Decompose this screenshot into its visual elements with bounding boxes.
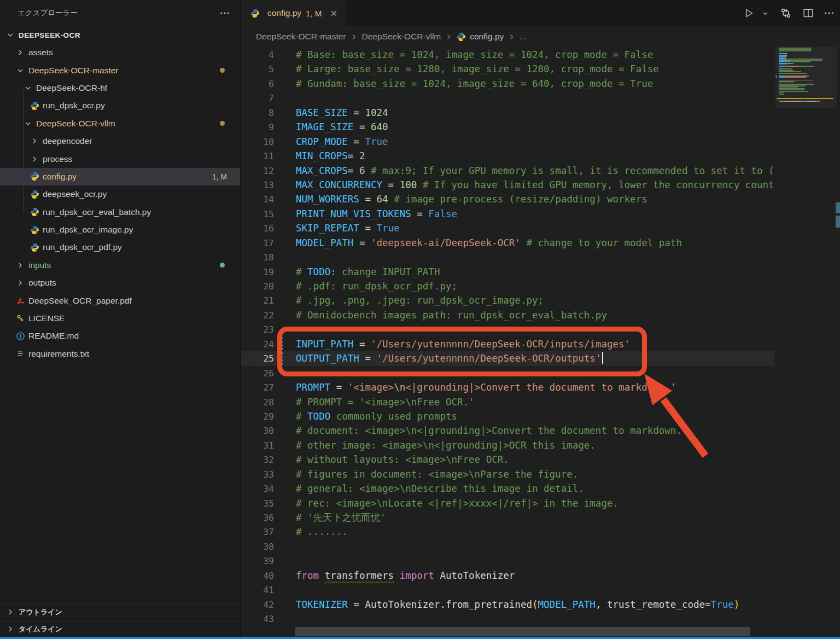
code-token: = <box>353 237 371 248</box>
code-line-41[interactable]: 41 <box>241 583 774 597</box>
code-line-20[interactable]: 20# .pdf: run_dpsk_ocr_pdf.py; <box>241 279 774 293</box>
code-line-38[interactable]: 38 <box>241 539 774 554</box>
tree-item-run-dpsk-ocr-image-py[interactable]: run_dpsk_ocr_image.py <box>0 221 240 239</box>
code-line-35[interactable]: 35# rec: <image>\nLocate <|ref|>xxxx<|/r… <box>241 496 774 510</box>
tree-item-deepseek-ocr-hf[interactable]: DeepSeek-OCR-hf <box>0 79 240 97</box>
breadcrumb-item-symbol[interactable]: ... <box>520 32 527 42</box>
code-line-16[interactable]: 16SKIP_REPEAT = True <box>241 221 774 235</box>
code-line-37[interactable]: 37# ....... <box>241 525 774 539</box>
section-timeline[interactable]: タイムライン <box>0 621 241 637</box>
code-token: = <box>348 136 365 147</box>
code-line-9[interactable]: 9IMAGE_SIZE = 640 <box>241 120 774 134</box>
editor-group: config.py 1, M DeepSeek-OCR-master DeepS… <box>241 0 840 639</box>
code-token: commonly used prompts <box>330 411 457 422</box>
horizontal-scrollbar[interactable] <box>295 627 750 636</box>
code-line-15[interactable]: 15PRINT_NUM_VIS_TOKENS = False <box>241 207 774 221</box>
code-line-6[interactable]: 6# Gundam: base_size = 1024, image_size … <box>241 77 774 91</box>
code-line-34[interactable]: 34# general: <image>\nDescribe this imag… <box>241 481 774 496</box>
code-line-19[interactable]: 19# TODO: change INPUT_PATH <box>241 265 774 279</box>
line-number: 33 <box>241 468 274 482</box>
code-line-31[interactable]: 31# other image: <image>\n<|grounding|>O… <box>241 438 774 452</box>
code-token: 6 <box>359 165 365 176</box>
code-line-27[interactable]: 27PROMPT = '<image>\n<|grounding|>Conver… <box>241 380 774 394</box>
code-line-14[interactable]: 14NUM_WORKERS = 64 # image pre-process (… <box>241 192 774 206</box>
tree-item-deepseek-ocr-py[interactable]: deepseek_ocr.py <box>0 185 240 203</box>
code-line-39[interactable]: 39 <box>241 554 774 568</box>
code-token: PRINT_NUM_VIS_TOKENS <box>296 208 411 219</box>
code-line-30[interactable]: 30# document: <image>\n<|grounding|>Conv… <box>241 423 774 438</box>
tree-item-readme-md[interactable]: README.md <box>0 327 240 345</box>
code-line-18[interactable]: 18 <box>241 250 774 264</box>
code-token: <|grounding|>Convert the document to mar… <box>405 382 676 393</box>
code-line-25[interactable]: 25OUTPUT_PATH = '/Users/yutennnnn/DeepSe… <box>241 351 774 365</box>
code-line-12[interactable]: 12MAX_CROPS= 6 # max:9; If your GPU memo… <box>241 164 774 178</box>
code-line-22[interactable]: 22# Omnidocbench images path: run_dpsk_o… <box>241 308 774 322</box>
tree-item-label: deepencoder <box>43 136 92 146</box>
breadcrumb-item-master[interactable]: DeepSeek-OCR-master <box>256 32 346 42</box>
tree-item-run-dpsk-ocr-pdf-py[interactable]: run_dpsk_ocr_pdf.py <box>0 239 240 256</box>
code-line-29[interactable]: 29# TODO commonly used prompts <box>241 409 774 423</box>
code-line-40[interactable]: 40from transformers import AutoTokenizer <box>241 568 774 583</box>
code-line-32[interactable]: 32# without layouts: <image>\nFree OCR. <box>241 452 774 467</box>
run-dropdown-chevron-icon[interactable] <box>762 10 769 17</box>
tree-item-deepencoder[interactable]: deepencoder <box>0 132 240 150</box>
code-line-21[interactable]: 21# .jpg, .png, .jpeg: run_dpsk_ocr_imag… <box>241 293 774 307</box>
tree-item-label: config.py <box>43 172 77 182</box>
code-line-7[interactable]: 7 <box>241 91 774 105</box>
tree-item-run-dpsk-ocr-py[interactable]: run_dpsk_ocr.py <box>0 97 240 114</box>
code-line-33[interactable]: 33# figures in document: <image>\nParse … <box>241 467 774 481</box>
code-line-10[interactable]: 10CROP_MODE = True <box>241 135 774 149</box>
code-line-4[interactable]: 4# Base: base_size = 1024, image_size = … <box>241 48 774 62</box>
tree-item-process[interactable]: process <box>0 150 240 167</box>
explorer-more-actions-icon[interactable] <box>219 8 230 19</box>
code-editor[interactable]: 4# Base: base_size = 1024, image_size = … <box>241 48 774 639</box>
timeline-label: タイムライン <box>19 624 62 634</box>
code-line-26[interactable]: 26 <box>241 366 774 380</box>
code-line-36[interactable]: 36# '先天下之忧而忧' <box>241 510 774 525</box>
minimap[interactable] <box>775 48 837 628</box>
code-token: # general: <image>\nDescribe this image … <box>296 483 584 494</box>
breadcrumb-item-vllm[interactable]: DeepSeek-OCR-vllm <box>362 32 441 42</box>
close-icon[interactable] <box>329 9 339 18</box>
tree-item-license[interactable]: LICENSE <box>0 310 240 327</box>
more-actions-icon[interactable] <box>824 8 835 19</box>
breadcrumb-item-file[interactable]: config.py <box>470 32 504 42</box>
code-line-42[interactable]: 42TOKENIZER = AutoTokenizer.from_pretrai… <box>241 597 774 612</box>
tree-item-deepseek-ocr-paper-pdf[interactable]: DeepSeek_OCR_paper.pdf <box>0 292 240 309</box>
code-token: MAX_CONCURRENCY <box>296 179 382 190</box>
run-button[interactable] <box>743 8 754 19</box>
code-token: ( <box>532 599 538 610</box>
tree-item-inputs[interactable]: inputs <box>0 257 240 274</box>
tree-item-outputs[interactable]: outputs <box>0 274 240 292</box>
code-token: MODEL_PATH <box>296 237 353 248</box>
code-line-11[interactable]: 11MIN_CROPS= 2 <box>241 149 774 163</box>
tree-root-deepseek-ocr[interactable]: DEEPSEEK-OCR <box>0 26 240 44</box>
line-number: 18 <box>241 251 274 265</box>
line-number: 35 <box>241 497 274 511</box>
tree-item-deepseek-ocr-vllm[interactable]: DeepSeek-OCR-vllm <box>0 115 240 132</box>
section-outline[interactable]: アウトライン <box>0 603 241 621</box>
tree-item-run-dpsk-ocr-eval-batch-py[interactable]: run_dpsk_ocr_eval_batch.py <box>0 204 240 221</box>
tree-item-config-py[interactable]: config.py1, M <box>0 168 240 185</box>
open-changes-icon[interactable] <box>780 7 792 19</box>
tree-item-deepseek-ocr-master[interactable]: DeepSeek-OCR-master <box>0 61 240 79</box>
code-token: 'deepseek-ai/DeepSeek-OCR' <box>371 237 521 248</box>
code-line-23[interactable]: 23 <box>241 322 774 336</box>
code-line-13[interactable]: 13MAX_CONCURRENCY = 100 # If you have li… <box>241 178 774 192</box>
code-line-8[interactable]: 8BASE_SIZE = 1024 <box>241 106 774 120</box>
window-bottom-accent <box>0 637 840 639</box>
tree-item-requirements-txt[interactable]: requirements.txt <box>0 345 240 363</box>
code-line-43[interactable]: 43 <box>241 612 774 626</box>
chevron-right-icon <box>4 625 16 634</box>
code-token: = <box>330 382 348 393</box>
code-line-24[interactable]: 24INPUT_PATH = '/Users/yutennnnn/DeepSee… <box>241 337 774 351</box>
tree-item-assets[interactable]: assets <box>0 44 240 61</box>
split-editor-icon[interactable] <box>803 8 814 19</box>
code-token: # image pre-process (resize/padding) wor… <box>388 194 648 205</box>
tab-config-py[interactable]: config.py 1, M <box>241 0 346 26</box>
code-line-5[interactable]: 5# Large: base_size = 1280, image_size =… <box>241 62 774 76</box>
code-token: = <box>348 150 359 161</box>
code-line-17[interactable]: 17MODEL_PATH = 'deepseek-ai/DeepSeek-OCR… <box>241 236 774 250</box>
line-number: 32 <box>241 453 274 467</box>
code-line-28[interactable]: 28# PROMPT = '<image>\nFree OCR.' <box>241 395 774 409</box>
